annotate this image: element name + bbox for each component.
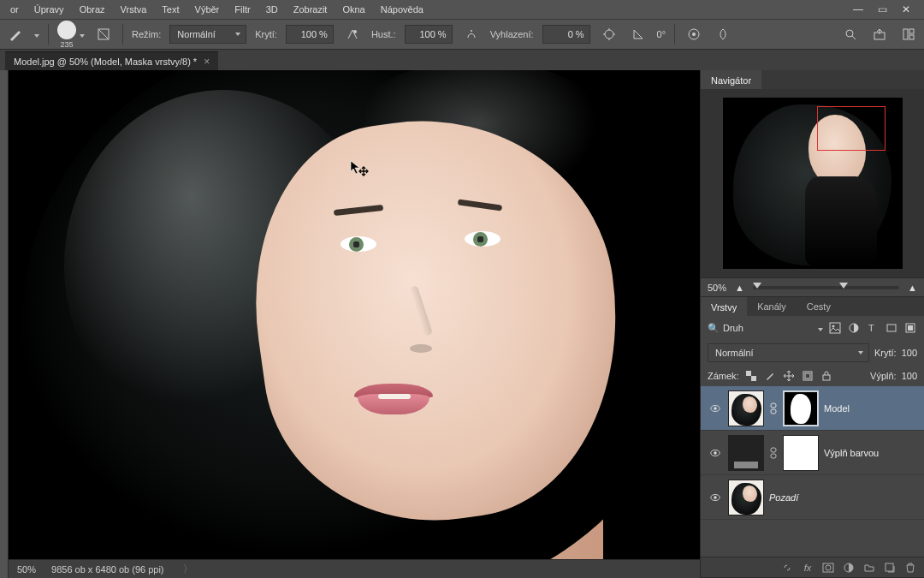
flow-input[interactable]: 100 %	[405, 25, 453, 44]
lock-artboard-icon[interactable]	[801, 369, 814, 383]
svg-rect-29	[771, 448, 776, 452]
svg-point-32	[714, 496, 717, 499]
lock-all-icon[interactable]	[820, 369, 833, 383]
tool-strip[interactable]	[0, 70, 9, 578]
link-layers-icon[interactable]	[780, 561, 794, 575]
opacity-input[interactable]: 100 %	[286, 25, 334, 44]
tablet-pressure-size-icon[interactable]	[684, 24, 704, 45]
paths-tab[interactable]: Cesty	[797, 297, 841, 316]
menu-layer[interactable]: Vrstva	[114, 2, 154, 17]
tool-preset-caret-icon[interactable]	[34, 29, 39, 39]
canvas[interactable]	[9, 70, 700, 559]
navigator-tab[interactable]: Navigátor	[701, 70, 761, 89]
document-tab[interactable]: Model.jpg @ 50% (Model, Maska vrstvy/8) …	[5, 51, 218, 70]
close-tab-icon[interactable]: ×	[204, 56, 210, 68]
svg-rect-36	[886, 563, 893, 571]
workspace-icon[interactable]	[898, 24, 919, 45]
filter-type-icon[interactable]: T	[866, 321, 880, 335]
group-icon[interactable]	[862, 561, 876, 575]
layer-thumbnail[interactable]	[728, 480, 764, 515]
layer-mask-thumbnail[interactable]	[783, 390, 819, 426]
layer-name[interactable]: Výplň barvou	[824, 448, 879, 458]
status-dimensions[interactable]: 9856 ob x 6480 ob (96 ppi)	[51, 564, 164, 575]
add-mask-icon[interactable]	[821, 561, 835, 575]
navigator-zoom-slider[interactable]	[753, 286, 899, 289]
svg-rect-11	[830, 323, 840, 333]
lock-position-icon[interactable]	[782, 369, 796, 383]
layer-blend-mode-dropdown[interactable]: Normální	[708, 343, 869, 362]
svg-point-6	[846, 30, 853, 37]
lock-label: Zámek:	[708, 371, 739, 381]
visibility-toggle-icon[interactable]	[708, 445, 723, 461]
share-icon[interactable]	[869, 24, 890, 45]
menu-window[interactable]: Okna	[335, 2, 371, 17]
layers-tab[interactable]: Vrstvy	[701, 297, 747, 316]
tool-preset-icon[interactable]	[5, 24, 26, 45]
layer-row-background[interactable]: Pozadí	[701, 475, 924, 520]
smoothing-input[interactable]: 0 %	[542, 25, 590, 44]
layer-row-fill[interactable]: Výplň barvou	[701, 431, 924, 475]
status-zoom[interactable]: 50%	[17, 564, 36, 575]
lock-transparency-icon[interactable]	[744, 369, 758, 383]
svg-rect-18	[746, 371, 751, 376]
zoom-in-icon[interactable]: ▲	[908, 283, 917, 293]
blend-mode-dropdown[interactable]: Normální	[169, 25, 246, 44]
link-icon[interactable]	[769, 435, 778, 471]
angle-icon[interactable]	[628, 24, 649, 45]
navigator-thumbnail[interactable]	[723, 98, 903, 269]
fill-value[interactable]: 100	[902, 371, 917, 381]
navigator-panel: Navigátor 50% ▲ ▲	[701, 70, 924, 297]
symmetry-icon[interactable]	[713, 24, 733, 45]
new-layer-icon[interactable]	[883, 561, 897, 575]
visibility-toggle-icon[interactable]	[708, 401, 723, 416]
navigator-viewport[interactable]	[817, 106, 886, 151]
menu-help[interactable]: Nápověda	[374, 2, 430, 17]
opacity-label: Krytí:	[255, 29, 277, 39]
zoom-out-icon[interactable]: ▲	[735, 283, 744, 293]
layer-name[interactable]: Pozadí	[769, 492, 798, 503]
layer-thumbnail[interactable]	[728, 390, 764, 426]
menu-type[interactable]: Text	[155, 2, 186, 17]
lock-pixels-icon[interactable]	[763, 369, 777, 383]
filter-image-icon[interactable]	[828, 321, 842, 335]
menu-view[interactable]: Zobrazit	[287, 2, 335, 17]
menu-3d[interactable]: 3D	[259, 2, 285, 17]
opacity-pressure-icon[interactable]	[342, 24, 363, 45]
svg-point-34	[826, 565, 831, 570]
status-bar: 50% 9856 ob x 6480 ob (96 ppi) 〉	[9, 559, 700, 578]
delete-layer-icon[interactable]	[903, 561, 917, 575]
angle-value[interactable]: 0°	[657, 29, 666, 39]
layer-row-model[interactable]: Model	[701, 386, 924, 431]
navigator-body[interactable]	[701, 89, 924, 277]
navigator-zoom-value[interactable]: 50%	[708, 283, 726, 293]
filter-shape-icon[interactable]	[885, 321, 898, 335]
close-button[interactable]: ✕	[897, 2, 915, 17]
filter-smart-icon[interactable]	[903, 321, 917, 335]
menu-filter[interactable]: Filtr	[228, 2, 257, 17]
svg-rect-19	[751, 376, 756, 381]
minimize-button[interactable]: —	[849, 2, 868, 17]
maximize-button[interactable]: ▭	[873, 2, 891, 17]
menu-image[interactable]: Obraz	[73, 2, 112, 17]
layer-style-icon[interactable]: fx	[801, 561, 814, 575]
smoothing-options-icon[interactable]	[599, 24, 619, 45]
menu-item[interactable]: or	[3, 2, 26, 17]
menu-edit[interactable]: Úpravy	[27, 2, 71, 17]
airbrush-icon[interactable]	[461, 24, 482, 45]
link-icon[interactable]	[769, 390, 778, 426]
brush-panel-toggle-icon[interactable]	[93, 24, 114, 45]
layer-mask-thumbnail[interactable]	[783, 435, 819, 471]
brush-preset[interactable]: 235	[57, 21, 85, 49]
adjustment-layer-icon[interactable]	[842, 561, 856, 575]
svg-point-12	[832, 325, 835, 328]
visibility-toggle-icon[interactable]	[708, 490, 723, 505]
layer-name[interactable]: Model	[824, 403, 850, 414]
layer-kind-filter[interactable]: 🔍 Druh	[708, 323, 823, 334]
menu-select[interactable]: Výběr	[188, 2, 227, 17]
filter-adjust-icon[interactable]	[847, 321, 861, 335]
layers-list: Model Výplň barvou Pozadí	[701, 386, 924, 557]
layer-opacity-value[interactable]: 100	[902, 348, 917, 358]
channels-tab[interactable]: Kanály	[747, 297, 797, 316]
search-icon[interactable]	[840, 24, 861, 45]
layer-thumbnail[interactable]	[728, 435, 764, 471]
